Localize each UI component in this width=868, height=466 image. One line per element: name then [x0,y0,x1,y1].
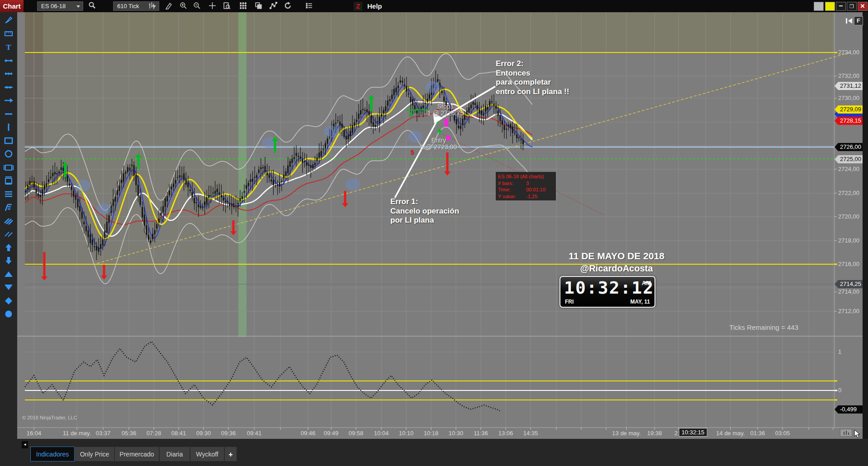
tab-premercado[interactable]: Premercado [114,447,159,461]
time-axis-label: 13:06 [498,430,513,437]
price-axis-label: 2720,00 [838,213,859,220]
f-button[interactable]: F [854,16,863,25]
tool-horizontal-line-icon[interactable] [2,110,15,121]
pencil-icon[interactable] [164,2,174,10]
data-box-icon[interactable] [222,2,232,10]
tool-triangle-down-icon[interactable] [2,283,15,294]
list-properties-icon[interactable] [304,2,314,10]
price-axis-label: 2716,00 [838,261,859,267]
time-axis-label: 09:58 [349,430,364,437]
tool-rectangle-icon[interactable] [2,137,15,147]
time-axis-label: 11 de may. [63,430,91,437]
tool-pen-icon[interactable] [2,16,15,27]
z-menu[interactable]: Z [354,2,362,11]
price-tag: 2728,15 [835,117,863,125]
help-menu[interactable]: Help [367,2,382,11]
tool-path-flag-icon[interactable] [2,203,15,214]
tool-ellipse-icon[interactable] [2,150,15,161]
tool-vertical-line-icon[interactable] [2,123,15,134]
tool-region-box-icon[interactable] [2,163,15,174]
stop-order-label: Stop1 1 @ 2726,75 [421,103,470,117]
clock-date: MAY, 11 [630,299,650,305]
tool-ruler-icon[interactable] [2,30,15,41]
yellow-swatch-button[interactable] [825,2,835,11]
time-axis-label: 14 de may. [716,430,745,437]
tab-diaria[interactable]: Diaria [159,447,190,461]
tool-arrow-down-icon[interactable] [2,257,15,267]
clock-time: 10:32:12 [564,278,654,298]
tool-hatch-fill-icon[interactable] [2,217,15,228]
tab-only-price[interactable]: Only Price [75,447,114,461]
restore-button[interactable]: ❐ [847,2,857,11]
data-box-title: ES 06-18 (All charts) [498,173,554,180]
time-axis-label: 13 de may. [612,430,640,437]
time-axis-label: 10:10 [399,430,414,437]
tab--[interactable]: + [224,447,237,461]
time-axis-label: 10:30 [449,430,464,437]
entry-order-label: Entry 1 @ 2723,00 [414,137,464,151]
time-axis-label: 09:41 [247,430,262,437]
time-axis-label: 10:04 [374,430,389,437]
ninjatrader-window: Chart ES 06-18 610 Tick Z Help – ❐ ✕ T E… [0,0,868,466]
wave-count-high: 8 [409,111,413,118]
chart-canvas[interactable] [17,12,868,439]
price-axis-label: 2734,00 [838,49,859,56]
zoom-out-icon[interactable] [192,2,202,10]
time-axis-label: 09:30 [196,430,211,437]
close-button[interactable]: ✕ [858,2,868,11]
copyright-label: © 2018 NinjaTrader, LLC [22,415,77,420]
layered-squares-icon[interactable] [253,2,263,10]
tab-scroll-left-button[interactable]: ◄ [22,441,28,448]
time-axis-label: 09:36 [221,430,236,437]
instrument-dropdown[interactable]: ES 06-18 [37,1,83,11]
axis-settings-button[interactable] [840,429,852,437]
tool-parallel-lines-icon[interactable] [2,190,15,201]
time-axis-label: 16:04 [27,430,42,437]
time-axis-label: 09:46 [301,430,316,437]
chart-menu-button[interactable]: Chart [0,0,24,12]
price-tag: 2726,00 [835,143,863,151]
clock-widget: 10:32:12 AM FRI MAY, 11 [560,276,655,308]
tab-bar: ◄ IndicadoresOnly PricePremercadoDiariaW… [0,439,868,466]
data-box-row: Time:00:01:10 [498,186,554,193]
tab-indicadores[interactable]: Indicadores [30,447,75,461]
gray-swatch-button[interactable] [814,2,824,11]
data-box-row: Y value:-1,25 [498,193,554,200]
tab-wyckoff[interactable]: Wyckoff [190,447,224,461]
zoom-in-icon[interactable] [178,2,188,10]
error1-annotation: Error 1: Cancelo operación por LI plana [390,197,459,225]
wave-count-low: 5 [411,149,414,156]
minimize-button[interactable]: – [836,2,846,11]
tool-text-icon[interactable]: T [2,43,15,54]
time-axis-label: 11:36 [474,430,488,437]
price-axis-label: 2732,00 [838,72,859,79]
tool-triangle-up-icon[interactable] [2,270,15,281]
tool-arrow-right-icon[interactable] [2,96,15,107]
tool-segment-mid-icon[interactable] [2,70,15,81]
price-axis-label: 0 [838,387,841,394]
tool-region-frame-icon[interactable] [2,176,15,187]
price-axis-label: 2712,00 [838,308,859,314]
price-tag: 2729,09 [835,105,863,114]
tool-segment-icon[interactable] [2,57,15,67]
time-axis-label: 05:36 [122,430,137,437]
polyline-icon[interactable] [268,2,278,10]
crosshair-plus-icon[interactable] [207,2,217,10]
crosshair-time-box: 10:32:15 [679,428,707,437]
time-axis-label: 09:49 [324,430,339,437]
tool-arrow-up-icon[interactable] [2,243,15,254]
time-axis-label: 03:37 [96,430,111,437]
tool-diamond-icon[interactable] [2,297,15,308]
error2-annotation: Error 2: Entonces para completar entro c… [496,59,569,96]
skip-to-start-icon[interactable] [845,18,853,26]
grid-dots-icon[interactable] [238,2,248,10]
search-icon[interactable] [86,1,99,11]
time-axis-label: 08:41 [171,430,186,437]
twitter-handle: @RicardoAcosta [538,263,695,274]
tool-dot-icon[interactable] [2,310,15,321]
reload-icon[interactable] [283,2,293,10]
tool-diagonal-lines-icon[interactable] [2,230,15,241]
chart-style-icon[interactable] [147,2,157,10]
tool-segment-ext-icon[interactable] [2,83,15,94]
chevron-down-icon [76,5,80,8]
